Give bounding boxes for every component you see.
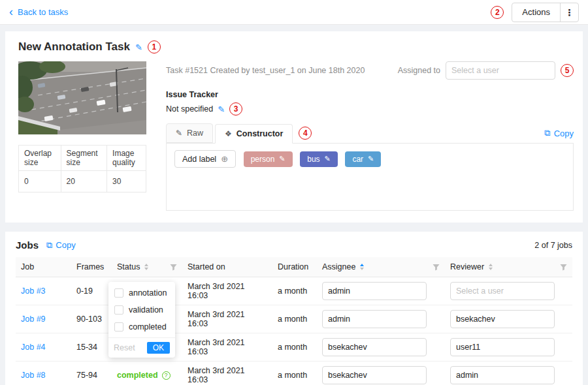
column-header-reviewer[interactable]: Reviewer — [445, 257, 572, 277]
copy-icon: ⧉ — [46, 240, 52, 251]
reviewer-input[interactable] — [450, 366, 555, 384]
filter-option-annotation[interactable]: annotation — [108, 285, 175, 301]
add-label-button[interactable]: Add label ⊕ — [174, 150, 236, 168]
copy-jobs-label: Copy — [56, 240, 75, 250]
job-link[interactable]: Job #9 — [21, 315, 46, 324]
reviewer-input[interactable] — [450, 310, 555, 328]
tab-raw[interactable]: ✎ Raw — [166, 123, 213, 143]
status-filter-dropdown: annotation validation completed Reset OK — [108, 282, 175, 358]
back-chevron-icon: ‹ — [9, 6, 13, 18]
job-link[interactable]: Job #3 — [21, 286, 46, 296]
duration-cell: a month — [272, 277, 317, 305]
table-row: Job #9 90-103 March 3rd 2021 16:03 a mon… — [16, 305, 572, 333]
assignee-input[interactable] — [322, 338, 427, 356]
copy-labels-link[interactable]: ⧉ Copy — [544, 128, 574, 138]
assignee-input[interactable] — [322, 310, 427, 328]
assignee-input[interactable] — [322, 366, 427, 384]
param-value-segment: 20 — [61, 171, 107, 192]
edit-icon[interactable]: ✎ — [279, 155, 285, 163]
duration-cell: a month — [272, 362, 317, 385]
filter-option-label: validation — [129, 305, 163, 315]
label-chip-bus-name: bus — [307, 155, 319, 164]
column-header-reviewer-label: Reviewer — [450, 262, 484, 271]
jobs-count: 2 of 7 jobs — [534, 241, 572, 250]
tab-constructor-label: Constructor — [237, 129, 284, 138]
plus-circle-icon: ⊕ — [221, 154, 228, 164]
filter-option-completed[interactable]: completed — [108, 318, 175, 335]
reviewer-input[interactable] — [450, 282, 555, 300]
table-row: Job #4 15-34 March 3rd 2021 16:03 a mont… — [16, 333, 572, 362]
filter-option-validation[interactable]: validation — [108, 301, 175, 318]
top-bar: ‹ Back to tasks 2 Actions ⋮ — [0, 0, 588, 25]
task-meta-text: Task #1521 Created by test_user_1 on Jun… — [166, 61, 365, 75]
param-header-overlap: Overlap size — [19, 146, 61, 171]
param-header-segment: Segment size — [61, 146, 107, 171]
label-chip-bus[interactable]: bus ✎ — [300, 151, 338, 167]
edit-icon[interactable]: ✎ — [325, 155, 331, 163]
actions-button-label: Actions — [512, 3, 560, 22]
edit-icon[interactable]: ✎ — [368, 155, 374, 163]
duration-cell: a month — [272, 305, 317, 333]
edit-icon: ✎ — [176, 129, 182, 138]
label-chip-car[interactable]: car ✎ — [345, 151, 381, 167]
label-chip-person[interactable]: person ✎ — [244, 151, 293, 167]
started-cell: March 3rd 2021 16:03 — [182, 362, 272, 385]
task-details-card: New Annotation Task ✎ 1 — [5, 31, 583, 223]
filter-option-label: annotation — [129, 288, 167, 298]
title-edit-icon[interactable]: ✎ — [135, 42, 142, 52]
column-header-status-label: Status — [117, 262, 140, 271]
started-cell: March 3rd 2021 16:03 — [182, 333, 272, 362]
label-chip-car-name: car — [352, 155, 363, 164]
filter-icon-status[interactable] — [170, 264, 177, 271]
sort-icons-reviewer[interactable] — [489, 264, 493, 270]
sort-icons-status[interactable] — [144, 264, 148, 270]
task-assignee-input[interactable] — [446, 61, 555, 80]
back-link-label: Back to tasks — [18, 7, 68, 17]
jobs-table: Job Frames Status Started on Duration — [16, 257, 572, 385]
back-to-tasks-link[interactable]: ‹ Back to tasks — [9, 7, 68, 18]
annotation-circle-2: 2 — [491, 6, 504, 19]
page-title: New Annotation Task — [18, 40, 130, 54]
param-header-quality: Image quality — [107, 146, 146, 171]
job-link[interactable]: Job #8 — [21, 371, 46, 380]
column-header-assignee-label: Assignee — [322, 262, 355, 271]
question-circle-icon[interactable]: ? — [162, 371, 171, 380]
assignee-input[interactable] — [322, 282, 427, 300]
started-cell: March 3rd 2021 16:03 — [182, 277, 272, 305]
copy-labels-label: Copy — [554, 129, 574, 138]
column-header-assignee[interactable]: Assignee — [317, 257, 445, 277]
frames-cell: 15-34 — [71, 333, 112, 362]
column-header-job-label: Job — [21, 262, 34, 271]
annotation-circle-5: 5 — [561, 64, 574, 77]
issue-tracker-edit-icon[interactable]: ✎ — [218, 104, 225, 114]
sort-icons-assignee[interactable] — [360, 264, 364, 270]
copy-jobs-link[interactable]: ⧉ Copy — [46, 240, 76, 251]
status-cell: completed — [117, 371, 158, 380]
task-parameters-table: Overlap size Segment size Image quality … — [18, 145, 146, 192]
constructor-icon: ❖ — [225, 129, 232, 138]
filter-icon-reviewer[interactable] — [560, 264, 567, 271]
column-header-status[interactable]: Status — [112, 257, 182, 277]
checkbox-annotation[interactable] — [114, 288, 123, 298]
filter-reset-button[interactable]: Reset — [114, 343, 135, 352]
job-link[interactable]: Job #4 — [21, 343, 46, 352]
jobs-table-header-row: Job Frames Status Started on Duration — [16, 257, 572, 277]
filter-icon-assignee[interactable] — [433, 264, 440, 271]
column-header-duration-label: Duration — [278, 262, 308, 271]
tab-constructor[interactable]: ❖ Constructor — [215, 124, 293, 144]
reviewer-input[interactable] — [450, 338, 555, 356]
labels-editor: ✎ Raw ❖ Constructor 4 ⧉ Copy Add l — [166, 123, 574, 211]
checkbox-validation[interactable] — [114, 305, 123, 315]
assigned-to-label: Assigned to — [398, 66, 440, 75]
jobs-card: Jobs ⧉ Copy 2 of 7 jobs Job Frames Statu… — [5, 232, 583, 385]
actions-button[interactable]: Actions ⋮ — [512, 3, 579, 22]
table-row: Job #8 75-94 completed ? March 3rd 2021 … — [16, 362, 572, 385]
more-vertical-icon[interactable]: ⋮ — [560, 3, 578, 22]
filter-ok-button[interactable]: OK — [147, 342, 170, 354]
table-row: Job #3 0-19 March 3rd 2021 16:03 a month — [16, 277, 572, 305]
param-value-quality: 30 — [107, 171, 146, 192]
frames-cell: 90-103 — [71, 305, 112, 333]
checkbox-completed[interactable] — [114, 322, 123, 331]
issue-tracker-value: Not specified — [166, 104, 213, 114]
filter-option-label: completed — [129, 322, 167, 331]
